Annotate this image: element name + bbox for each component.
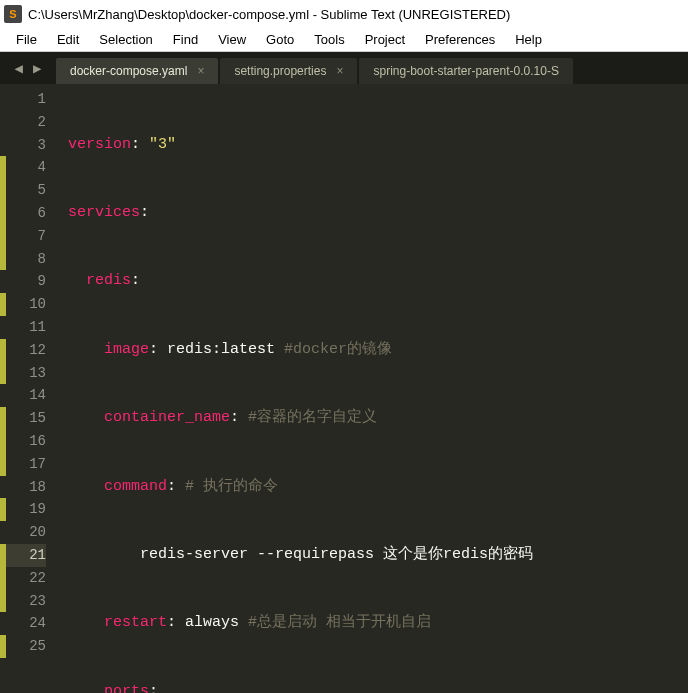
tab-setting-properties[interactable]: setting.properties × (220, 58, 357, 84)
code-line[interactable]: restart: always #总是启动 相当于开机自启 (58, 612, 688, 635)
line-number: 12 (29, 342, 46, 358)
titlebar[interactable]: S C:\Users\MrZhang\Desktop\docker-compos… (0, 0, 688, 28)
line-number: 23 (29, 593, 46, 609)
menu-file[interactable]: File (6, 30, 47, 49)
line-number: 22 (29, 570, 46, 586)
menu-edit[interactable]: Edit (47, 30, 89, 49)
nav-arrows: ◀ ▶ (0, 52, 56, 84)
line-number: 19 (29, 501, 46, 517)
line-number: 8 (38, 251, 46, 267)
tab-row: docker-compose.yaml × setting.properties… (56, 52, 688, 84)
menu-selection[interactable]: Selection (89, 30, 162, 49)
line-number: 24 (29, 615, 46, 631)
line-number: 16 (29, 433, 46, 449)
code-line[interactable]: redis-server --requirepass 这个是你redis的密码 (58, 544, 688, 567)
code-line[interactable]: container_name: #容器的名字自定义 (58, 407, 688, 430)
line-number: 15 (29, 410, 46, 426)
line-number: 7 (38, 228, 46, 244)
gutter: 1 2 3 4 5 6 7 8 9 10 11 12 13 14 15 16 1… (0, 84, 58, 693)
code-line[interactable]: command: # 执行的命令 (58, 476, 688, 499)
tab-label: spring-boot-starter-parent-0.0.10-S (373, 64, 558, 78)
line-number: 5 (38, 182, 46, 198)
tab-strip: ◀ ▶ docker-compose.yaml × setting.proper… (0, 52, 688, 84)
line-number: 1 (38, 91, 46, 107)
close-icon[interactable]: × (197, 64, 204, 78)
line-number: 14 (29, 387, 46, 403)
nav-forward-icon[interactable]: ▶ (33, 60, 41, 77)
tab-docker-compose[interactable]: docker-compose.yaml × (56, 58, 218, 84)
line-number: 11 (29, 319, 46, 335)
menu-view[interactable]: View (208, 30, 256, 49)
code-line[interactable]: image: redis:latest #docker的镜像 (58, 339, 688, 362)
window-title: C:\Users\MrZhang\Desktop\docker-compose.… (28, 7, 510, 22)
nav-back-icon[interactable]: ◀ (15, 60, 23, 77)
code-line[interactable]: redis: (58, 270, 688, 293)
menu-help[interactable]: Help (505, 30, 552, 49)
line-number: 10 (29, 296, 46, 312)
editor[interactable]: 1 2 3 4 5 6 7 8 9 10 11 12 13 14 15 16 1… (0, 84, 688, 693)
tab-label: setting.properties (234, 64, 326, 78)
code-line[interactable]: ports: (58, 681, 688, 693)
line-number: 3 (38, 137, 46, 153)
line-number: 2 (38, 114, 46, 130)
line-number: 13 (29, 365, 46, 381)
code-area[interactable]: version: "3" services: redis: image: red… (58, 84, 688, 693)
line-number: 4 (38, 159, 46, 175)
menu-goto[interactable]: Goto (256, 30, 304, 49)
menu-tools[interactable]: Tools (304, 30, 354, 49)
line-number: 17 (29, 456, 46, 472)
code-line[interactable]: services: (58, 202, 688, 225)
menu-preferences[interactable]: Preferences (415, 30, 505, 49)
line-numbers: 1 2 3 4 5 6 7 8 9 10 11 12 13 14 15 16 1… (6, 84, 58, 693)
app-icon: S (4, 5, 22, 23)
code-line[interactable]: version: "3" (58, 134, 688, 157)
line-number: 25 (29, 638, 46, 654)
line-number: 20 (29, 524, 46, 540)
line-number: 9 (38, 273, 46, 289)
tab-spring-boot[interactable]: spring-boot-starter-parent-0.0.10-S (359, 58, 572, 84)
menu-project[interactable]: Project (355, 30, 415, 49)
menu-find[interactable]: Find (163, 30, 208, 49)
tab-label: docker-compose.yaml (70, 64, 187, 78)
line-number: 18 (29, 479, 46, 495)
menubar: File Edit Selection Find View Goto Tools… (0, 28, 688, 52)
close-icon[interactable]: × (336, 64, 343, 78)
line-number: 21 (6, 544, 46, 567)
line-number: 6 (38, 205, 46, 221)
